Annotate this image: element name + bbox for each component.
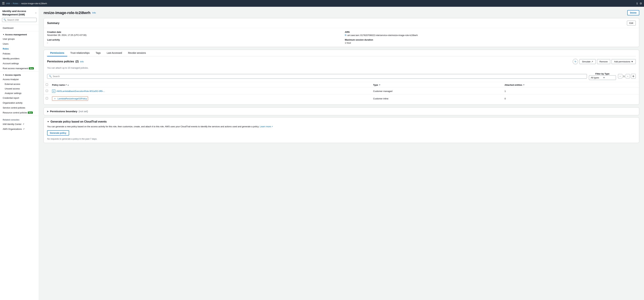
external-link-icon-learn: ↗ — [271, 125, 273, 128]
collapse-sidebar-button[interactable]: ‹ — [36, 11, 36, 14]
sidebar-divider-2 — [0, 31, 39, 31]
sidebar-item-external-access[interactable]: External access — [0, 82, 39, 86]
sidebar-item-iam-identity-center[interactable]: IAM Identity Center ↗ — [0, 122, 39, 127]
policy-name-column-header[interactable]: Policy name ↗ ▲ — [50, 82, 371, 88]
sidebar-item-scp[interactable]: Service control policies — [0, 105, 39, 110]
search-input[interactable] — [7, 19, 35, 21]
policy-name-link-2[interactable]: ≡ LambdaResizeImageS3Policy — [52, 96, 88, 101]
sidebar-item-account-settings[interactable]: Account settings — [0, 61, 39, 66]
row-checkbox-2[interactable] — [46, 97, 48, 99]
sidebar-item-policies[interactable]: Policies — [0, 51, 39, 56]
prev-page-button[interactable]: ‹ — [618, 74, 622, 78]
next-page-button[interactable]: › — [626, 74, 630, 78]
filter-row: 🔍 Filter by Type All types ▼ ‹ — [44, 71, 639, 82]
select-arrow-icon: ▼ — [603, 76, 614, 79]
nav-right: ℹ ⚙ — [636, 2, 642, 5]
edit-button[interactable]: Edit — [627, 21, 636, 26]
type-column-header[interactable]: Type ▼ — [371, 82, 502, 88]
sidebar-title: Identity and AccessManagement (IAM) — [2, 10, 26, 16]
permissions-info-link[interactable]: Info — [80, 60, 84, 63]
policy-name-text-2: LambdaResizeImageS3Policy — [58, 97, 87, 100]
copy-icon[interactable]: ⧉ — [345, 34, 346, 37]
breadcrumb-roles[interactable]: Roles — [13, 2, 18, 5]
generate-policy-section: ▼ Generate policy based on CloudTrail ev… — [44, 117, 639, 143]
generate-description: You can generate a new policy based on t… — [47, 125, 636, 128]
add-permissions-button[interactable]: Add permissions ▼ — [612, 59, 636, 64]
simulate-button[interactable]: Simulate ↗ — [580, 59, 596, 64]
select-all-header — [44, 82, 50, 88]
table-settings-button[interactable]: ⚙ — [631, 74, 636, 79]
sidebar-item-root-access[interactable]: Root access management New — [0, 66, 39, 71]
permissions-section-header: Permissions policies (2) Info ↻ Simulate… — [44, 57, 639, 67]
filter-type-select[interactable]: All types ▼ — [589, 75, 616, 80]
expanded-arrow-icon: ▼ — [47, 121, 49, 123]
filter-icon-entities: ▼ — [523, 84, 525, 86]
select-all-checkbox[interactable] — [46, 84, 48, 86]
external-link-icon-2: ↗ — [23, 128, 24, 130]
sidebar-item-identity-providers[interactable]: Identity providers — [0, 56, 39, 61]
tabs: Permissions Trust relationships Tags Las… — [47, 50, 636, 57]
sidebar-header: Identity and AccessManagement (IAM) ‹ — [0, 7, 39, 18]
row-checkbox-1[interactable] — [46, 90, 48, 92]
sidebar-item-org-activity[interactable]: Organization activity — [0, 100, 39, 105]
nav-left: ☰ IAM › Roles › resize-image-role-tc2i8w… — [2, 2, 47, 5]
tab-permissions[interactable]: Permissions — [47, 50, 67, 57]
summary-title: Summary — [47, 22, 60, 25]
breadcrumb-sep-1: › — [11, 2, 12, 5]
last-activity-value: - — [47, 42, 338, 44]
row-checkbox-cell-1 — [44, 88, 50, 95]
arn-label: ARN — [345, 31, 636, 33]
sidebar-item-rcp[interactable]: Resource control policies New — [0, 110, 39, 115]
info-icon[interactable]: ℹ — [636, 2, 638, 5]
sidebar-item-access-analyzer[interactable]: Access Analyzer — [0, 77, 39, 82]
sidebar-item-roles[interactable]: Roles — [0, 46, 39, 51]
tab-trust-relationships[interactable]: Trust relationships — [67, 50, 92, 57]
delete-button[interactable]: Delete — [627, 10, 639, 15]
sort-icon-name: ▲ — [67, 84, 69, 86]
new-badge: New — [29, 67, 34, 70]
external-link-icon-1: ↗ — [23, 123, 24, 125]
collapsed-arrow-icon: ▶ — [47, 110, 49, 113]
remove-button[interactable]: Remove — [597, 59, 610, 64]
sidebar-item-user-groups[interactable]: User groups — [0, 37, 39, 41]
generate-policy-button[interactable]: Generate policy — [47, 130, 69, 136]
policy-type-cell-1: Customer managed — [371, 88, 502, 95]
external-link-icon-simulate: ↗ — [591, 60, 593, 63]
arrow-down-icon-2: ▼ — [3, 74, 4, 76]
breadcrumb-iam[interactable]: IAM — [6, 2, 10, 5]
policy-entities-cell-1: 1 — [502, 88, 639, 95]
tab-revoke-sessions[interactable]: Revoke sessions — [125, 50, 149, 57]
policy-entities-cell-2: 0 — [502, 95, 639, 103]
boundary-not-set: (not set) — [79, 110, 88, 113]
max-session-label: Maximum session duration — [345, 39, 636, 41]
sidebar: Identity and AccessManagement (IAM) ‹ 🔍 … — [0, 7, 39, 300]
summary-card-header: Summary Edit — [44, 18, 639, 28]
page-info-link[interactable]: Info — [92, 12, 96, 14]
page-title: resize-image-role-tc2i8wrh — [44, 11, 90, 15]
refresh-button[interactable]: ↻ — [573, 59, 578, 64]
sidebar-item-analyzer-settings[interactable]: Analyzer settings — [0, 91, 39, 96]
summary-last-activity: Last activity - — [47, 39, 338, 44]
page-header: resize-image-role-tc2i8wrh Info Delete — [44, 10, 639, 15]
settings-icon[interactable]: ⚙ — [640, 2, 642, 5]
sidebar-item-credential-report[interactable]: Credential report — [0, 96, 39, 100]
generate-title: ▼ Generate policy based on CloudTrail ev… — [47, 120, 636, 123]
sidebar-section-access-management[interactable]: ▼ Access management — [0, 32, 39, 37]
learn-more-link[interactable]: Learn more ↗ — [260, 125, 273, 128]
policy-name-link-1[interactable]: ≡ AWSLambdaBasicExecutionRole-9f31a5f2-0… — [52, 89, 369, 93]
hamburger-menu[interactable]: ☰ — [2, 2, 5, 5]
policy-search-input[interactable] — [53, 75, 585, 78]
attached-entities-column-header[interactable]: Attached entities ▼ — [502, 82, 639, 88]
sidebar-item-dashboard[interactable]: Dashboard — [0, 26, 39, 31]
sidebar-item-unused-access[interactable]: Unused access — [0, 86, 39, 91]
filter-type-wrapper: Filter by Type All types ▼ — [589, 73, 616, 80]
new-badge-2: New — [28, 112, 33, 114]
sidebar-item-users[interactable]: Users — [0, 41, 39, 46]
tab-last-accessed[interactable]: Last Accessed — [104, 50, 125, 57]
generate-title-text: Generate policy based on CloudTrail even… — [50, 120, 107, 123]
tab-tags[interactable]: Tags — [92, 50, 104, 57]
sidebar-section-access-reports[interactable]: ▼ Access reports — [0, 72, 39, 77]
boundary-title[interactable]: ▶ Permissions boundary (not set) — [47, 110, 636, 113]
sidebar-item-aws-organizations[interactable]: AWS Organizations ↗ — [0, 127, 39, 132]
layout: Identity and AccessManagement (IAM) ‹ 🔍 … — [0, 7, 644, 300]
